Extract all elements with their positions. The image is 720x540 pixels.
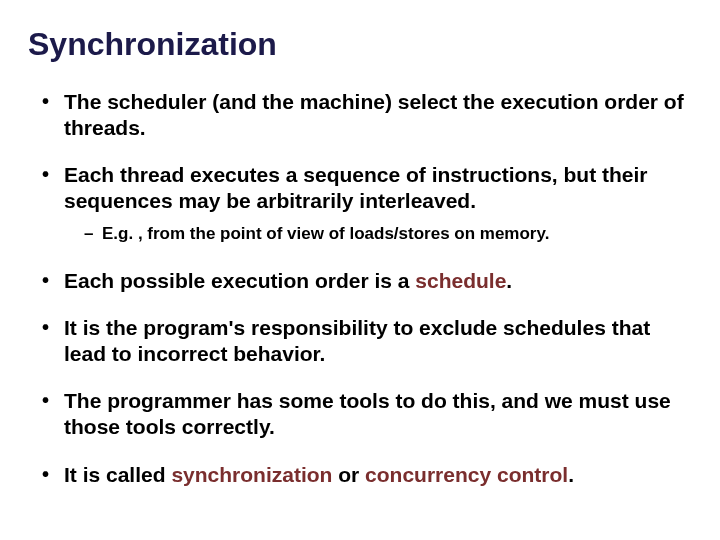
bullet-item: The programmer has some tools to do this… xyxy=(42,388,688,439)
sub-bullet-list: E.g. , from the point of view of loads/s… xyxy=(64,223,688,245)
bullet-list: The scheduler (and the machine) select t… xyxy=(28,89,692,487)
slide: Synchronization The scheduler (and the m… xyxy=(0,0,720,540)
emphasis-schedule: schedule xyxy=(415,269,506,292)
bullet-text: The programmer has some tools to do this… xyxy=(64,389,671,438)
bullet-text-part: Each possible execution order is a xyxy=(64,269,415,292)
bullet-text-part: or xyxy=(332,463,365,486)
bullet-text: The scheduler (and the machine) select t… xyxy=(64,90,684,139)
bullet-text: It is the program's responsibility to ex… xyxy=(64,316,650,365)
sub-bullet-item: E.g. , from the point of view of loads/s… xyxy=(84,223,688,245)
bullet-item: It is called synchronization or concurre… xyxy=(42,462,688,488)
sub-bullet-text: E.g. , from the point of view of loads/s… xyxy=(102,224,549,243)
bullet-text-part: It is called xyxy=(64,463,171,486)
bullet-text-part: . xyxy=(506,269,512,292)
bullet-text-part: . xyxy=(568,463,574,486)
emphasis-concurrency-control: concurrency control xyxy=(365,463,568,486)
slide-title: Synchronization xyxy=(28,26,692,63)
bullet-item: It is the program's responsibility to ex… xyxy=(42,315,688,366)
bullet-text: Each thread executes a sequence of instr… xyxy=(64,163,648,212)
bullet-item: Each possible execution order is a sched… xyxy=(42,268,688,294)
emphasis-synchronization: synchronization xyxy=(171,463,332,486)
bullet-item: The scheduler (and the machine) select t… xyxy=(42,89,688,140)
bullet-item: Each thread executes a sequence of instr… xyxy=(42,162,688,245)
